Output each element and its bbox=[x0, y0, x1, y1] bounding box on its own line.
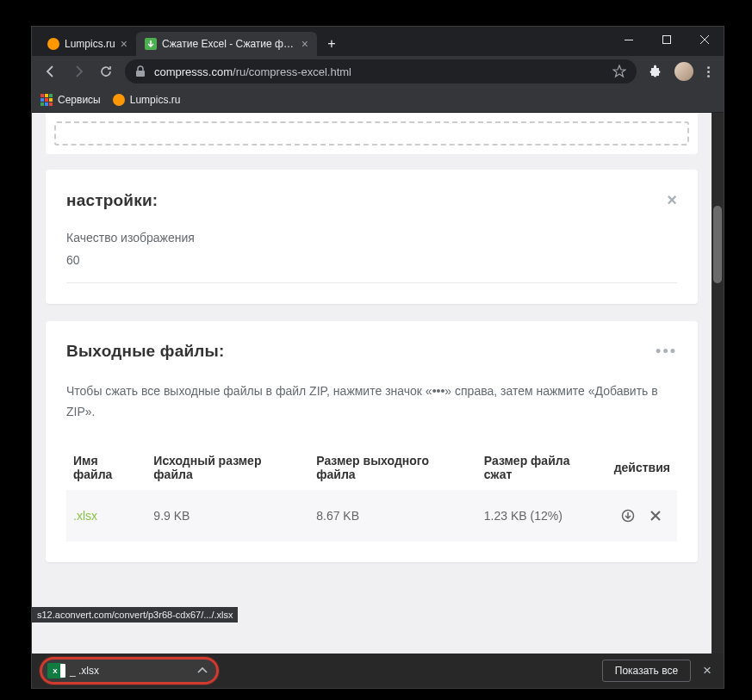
col-name: Имя файла bbox=[66, 445, 146, 490]
dropzone-card bbox=[46, 113, 698, 154]
extensions-icon[interactable] bbox=[647, 63, 664, 80]
scrollbar-thumb[interactable] bbox=[713, 206, 722, 283]
excel-file-icon: X bbox=[47, 663, 63, 678]
dropzone[interactable] bbox=[54, 121, 689, 146]
minimize-button[interactable] bbox=[610, 27, 648, 53]
bookmarks-bar: Сервисы Lumpics.ru bbox=[32, 87, 724, 113]
bookmark-services[interactable]: Сервисы bbox=[40, 94, 101, 106]
output-card: Выходные файлы: ••• Чтобы сжать все выхо… bbox=[46, 321, 698, 562]
cell-original: 9.9 KB bbox=[146, 490, 309, 542]
url-text: compresss.com/ru/compress-excel.html bbox=[154, 65, 606, 78]
bookmark-lumpics[interactable]: Lumpics.ru bbox=[113, 94, 181, 106]
page-content: настройки: × Качество изображения 60 Вых… bbox=[32, 113, 724, 654]
menu-button[interactable] bbox=[700, 66, 717, 77]
col-output: Размер выходного файла bbox=[309, 445, 477, 490]
link-tooltip: s12.aconvert.com/convert/p3r68-cdx67/...… bbox=[32, 607, 238, 623]
output-more-icon[interactable]: ••• bbox=[656, 343, 677, 361]
settings-title: настройки: bbox=[66, 191, 158, 210]
col-compressed: Размер файла сжат bbox=[477, 445, 607, 490]
divider bbox=[66, 282, 677, 283]
svg-rect-2 bbox=[663, 36, 671, 44]
col-original: Исходный размер файла bbox=[146, 445, 309, 490]
apps-grid-icon bbox=[40, 94, 53, 106]
file-link[interactable]: .xlsx bbox=[73, 509, 97, 523]
output-title: Выходные файлы: bbox=[66, 342, 225, 361]
tab-lumpics[interactable]: Lumpics.ru × bbox=[39, 32, 136, 56]
settings-close-icon[interactable]: × bbox=[667, 190, 677, 210]
lumpics-favicon bbox=[47, 38, 59, 50]
download-action-icon[interactable] bbox=[618, 505, 638, 526]
scrollbar-track[interactable] bbox=[712, 113, 724, 654]
settings-card: настройки: × Качество изображения 60 bbox=[46, 170, 698, 304]
lock-icon bbox=[135, 65, 147, 77]
close-downloads-icon[interactable]: × bbox=[699, 662, 715, 679]
new-tab-button[interactable]: + bbox=[320, 33, 343, 55]
lumpics-icon bbox=[113, 94, 125, 106]
tab-compress[interactable]: Сжатие Excel - Сжатие файлов X × bbox=[136, 32, 317, 56]
close-tab-icon[interactable]: × bbox=[121, 38, 127, 50]
svg-rect-1 bbox=[625, 40, 633, 40]
tab-title: Lumpics.ru bbox=[65, 38, 115, 50]
table-header-row: Имя файла Исходный размер файла Размер в… bbox=[66, 445, 677, 490]
table-row: .xlsx 9.9 KB 8.67 KB 1.23 KB (12%) bbox=[66, 490, 677, 542]
delete-action-icon[interactable] bbox=[645, 505, 666, 526]
quality-label: Качество изображения bbox=[66, 231, 677, 245]
forward-button[interactable] bbox=[66, 59, 90, 84]
profile-avatar[interactable] bbox=[674, 62, 693, 81]
col-actions: действия bbox=[607, 445, 677, 490]
quality-value: 60 bbox=[66, 253, 677, 267]
output-table: Имя файла Исходный размер файла Размер в… bbox=[66, 445, 677, 542]
back-button[interactable] bbox=[39, 59, 63, 84]
cell-output: 8.67 KB bbox=[309, 490, 477, 542]
toolbar: compresss.com/ru/compress-excel.html bbox=[32, 56, 724, 87]
download-item[interactable]: X _ .xlsx bbox=[40, 658, 218, 684]
maximize-button[interactable] bbox=[648, 27, 686, 53]
downloads-bar: X _ .xlsx Показать все × bbox=[32, 654, 724, 688]
show-all-button[interactable]: Показать все bbox=[602, 660, 691, 682]
svg-rect-3 bbox=[136, 71, 145, 77]
download-filename: _ .xlsx bbox=[70, 665, 190, 677]
chevron-up-icon[interactable] bbox=[197, 667, 208, 674]
output-description: Чтобы сжать все выходные файлы в файл ZI… bbox=[66, 381, 677, 423]
tab-title: Сжатие Excel - Сжатие файлов X bbox=[162, 38, 296, 50]
titlebar: Lumpics.ru × Сжатие Excel - Сжатие файло… bbox=[32, 27, 724, 56]
compress-favicon bbox=[145, 38, 157, 50]
reload-button[interactable] bbox=[94, 59, 118, 84]
cell-compressed: 1.23 KB (12%) bbox=[477, 490, 607, 542]
address-bar[interactable]: compresss.com/ru/compress-excel.html bbox=[125, 59, 637, 84]
bookmark-star-icon[interactable] bbox=[612, 65, 626, 78]
close-window-button[interactable] bbox=[686, 27, 724, 53]
close-tab-icon[interactable]: × bbox=[301, 38, 308, 50]
